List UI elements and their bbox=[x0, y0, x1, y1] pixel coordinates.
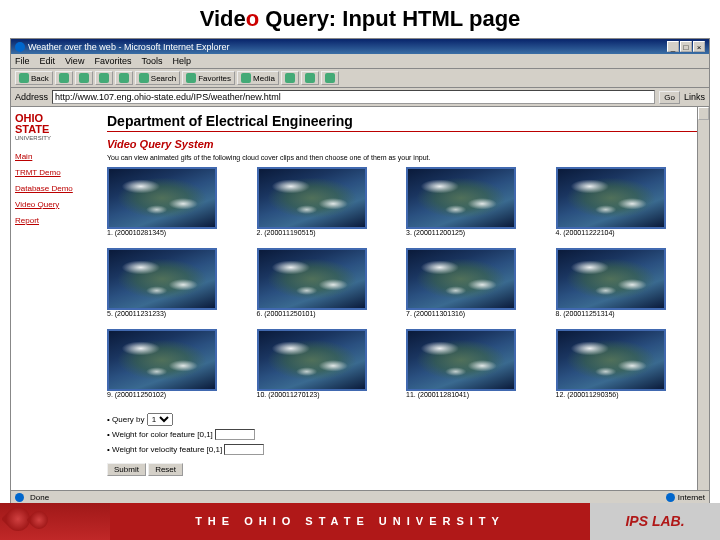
clip-thumbnail[interactable] bbox=[406, 329, 516, 391]
menu-edit[interactable]: Edit bbox=[40, 56, 56, 66]
weight-velocity-input[interactable] bbox=[224, 444, 264, 455]
clip-thumbnail[interactable] bbox=[107, 329, 217, 391]
clip-cell: 9. (200011250102) bbox=[107, 329, 249, 406]
scrollbar-vertical[interactable] bbox=[697, 107, 709, 505]
page-content: OHIO STATE UNIVERSITY Main TRMT Demo Dat… bbox=[11, 107, 709, 505]
ie-status-icon bbox=[15, 493, 24, 502]
ie-icon bbox=[15, 42, 25, 52]
clip-thumbnail[interactable] bbox=[556, 329, 666, 391]
clip-thumbnail[interactable] bbox=[257, 329, 367, 391]
back-label: Back bbox=[31, 74, 49, 83]
links-label[interactable]: Links bbox=[684, 92, 705, 102]
clip-cell: 3. (200011200125) bbox=[406, 167, 548, 244]
query-form: • Query by 1 • Weight for color feature … bbox=[107, 412, 697, 477]
clip-caption: 7. (200011301316) bbox=[406, 310, 548, 317]
fav-label: Favorites bbox=[198, 74, 231, 83]
media-label: Media bbox=[253, 74, 275, 83]
go-button[interactable]: Go bbox=[659, 91, 680, 104]
clip-cell: 12. (200011290356) bbox=[556, 329, 698, 406]
clip-cell: 7. (200011301316) bbox=[406, 248, 548, 325]
media-icon bbox=[241, 73, 251, 83]
window-controls: _ □ × bbox=[667, 41, 705, 52]
menu-bar: File Edit View Favorites Tools Help bbox=[11, 54, 709, 69]
maximize-button[interactable]: □ bbox=[680, 41, 692, 52]
home-button[interactable] bbox=[115, 71, 133, 85]
clip-caption: 10. (200011270123) bbox=[257, 391, 399, 398]
clip-caption: 3. (200011200125) bbox=[406, 229, 548, 236]
clip-thumbnail[interactable] bbox=[107, 248, 217, 310]
refresh-button[interactable] bbox=[95, 71, 113, 85]
menu-view[interactable]: View bbox=[65, 56, 84, 66]
stop-button[interactable] bbox=[75, 71, 93, 85]
menu-help[interactable]: Help bbox=[172, 56, 191, 66]
minimize-button[interactable]: _ bbox=[667, 41, 679, 52]
osu-logo: OHIO STATE UNIVERSITY bbox=[15, 113, 75, 143]
clip-cell: 10. (200011270123) bbox=[257, 329, 399, 406]
favorites-button[interactable]: Favorites bbox=[182, 71, 235, 85]
print-button[interactable] bbox=[321, 71, 339, 85]
query-by-select[interactable]: 1 bbox=[147, 413, 173, 426]
submit-button[interactable]: Submit bbox=[107, 463, 146, 476]
mail-button[interactable] bbox=[301, 71, 319, 85]
status-text: Done bbox=[30, 493, 49, 502]
left-column: OHIO STATE UNIVERSITY Main TRMT Demo Dat… bbox=[11, 107, 101, 505]
clip-thumbnail[interactable] bbox=[406, 248, 516, 310]
system-heading: Video Query System bbox=[107, 138, 697, 150]
history-icon bbox=[285, 73, 295, 83]
t2: o bbox=[246, 6, 259, 31]
close-button[interactable]: × bbox=[693, 41, 705, 52]
menu-file[interactable]: File bbox=[15, 56, 30, 66]
search-button[interactable]: Search bbox=[135, 71, 180, 85]
nav-report[interactable]: Report bbox=[15, 213, 97, 229]
history-button[interactable] bbox=[281, 71, 299, 85]
home-icon bbox=[119, 73, 129, 83]
clip-cell: 4. (200011222104) bbox=[556, 167, 698, 244]
forward-icon bbox=[59, 73, 69, 83]
menu-favorites[interactable]: Favorites bbox=[94, 56, 131, 66]
clip-thumbnail[interactable] bbox=[556, 167, 666, 229]
query-by-label: • Query by bbox=[107, 415, 144, 424]
clip-thumbnail[interactable] bbox=[257, 167, 367, 229]
logo-l2: STATE bbox=[15, 124, 75, 135]
t3: Query: bbox=[259, 6, 342, 31]
t4: Input HTML page bbox=[342, 6, 520, 31]
window-title: Weather over the web - Microsoft Interne… bbox=[28, 42, 229, 52]
url-input[interactable] bbox=[52, 90, 655, 104]
instruction-text: You can view animated gifs of the follow… bbox=[107, 154, 697, 161]
forward-button[interactable] bbox=[55, 71, 73, 85]
nav-trmt[interactable]: TRMT Demo bbox=[15, 165, 97, 181]
back-button[interactable]: Back bbox=[15, 71, 53, 85]
clip-thumbnail[interactable] bbox=[257, 248, 367, 310]
clip-caption: 12. (200011290356) bbox=[556, 391, 698, 398]
clip-caption: 9. (200011250102) bbox=[107, 391, 249, 398]
stop-icon bbox=[79, 73, 89, 83]
mail-icon bbox=[305, 73, 315, 83]
media-button[interactable]: Media bbox=[237, 71, 279, 85]
clip-caption: 11. (200011281041) bbox=[406, 391, 548, 398]
footer-lab: IPS LAB. bbox=[590, 503, 720, 540]
reset-button[interactable]: Reset bbox=[148, 463, 183, 476]
clip-thumbnail[interactable] bbox=[406, 167, 516, 229]
clip-thumbnail[interactable] bbox=[556, 248, 666, 310]
toolbar: Back Search Favorites Media bbox=[11, 69, 709, 88]
address-label: Address bbox=[15, 92, 48, 102]
clip-caption: 5. (200011231233) bbox=[107, 310, 249, 317]
search-icon bbox=[139, 73, 149, 83]
t1: Vide bbox=[200, 6, 246, 31]
slide-title: Video Query: Input HTML page bbox=[0, 0, 720, 38]
clip-caption: 4. (200011222104) bbox=[556, 229, 698, 236]
browser-window: Weather over the web - Microsoft Interne… bbox=[10, 38, 710, 505]
weight-color-input[interactable] bbox=[215, 429, 255, 440]
search-label: Search bbox=[151, 74, 176, 83]
nav-main[interactable]: Main bbox=[15, 149, 97, 165]
clip-caption: 8. (200011251314) bbox=[556, 310, 698, 317]
nav-video-query[interactable]: Video Query bbox=[15, 197, 97, 213]
status-bar: Done Internet bbox=[11, 490, 709, 504]
nav-links: Main TRMT Demo Database Demo Video Query… bbox=[15, 149, 97, 229]
menu-tools[interactable]: Tools bbox=[141, 56, 162, 66]
clip-caption: 6. (200011250101) bbox=[257, 310, 399, 317]
clip-caption: 2. (200011190515) bbox=[257, 229, 399, 236]
clip-thumbnail[interactable] bbox=[107, 167, 217, 229]
nav-database[interactable]: Database Demo bbox=[15, 181, 97, 197]
flower-graphic bbox=[0, 503, 110, 540]
